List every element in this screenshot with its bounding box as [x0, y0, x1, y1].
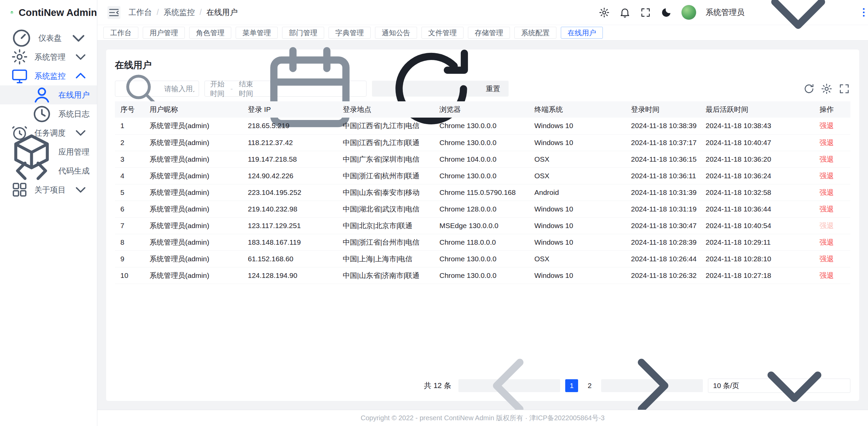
refresh-table-icon[interactable]	[803, 83, 815, 95]
cell-nickname: 系统管理员(admin)	[144, 151, 242, 167]
search-input[interactable]	[164, 85, 194, 93]
force-logout-link[interactable]: 强退	[820, 188, 834, 196]
reset-button[interactable]: 重置	[372, 81, 509, 97]
dark-mode-moon-icon[interactable]	[660, 7, 672, 18]
logo[interactable]: ContiNew Admin	[0, 0, 97, 25]
tab[interactable]: 用户管理	[143, 27, 185, 39]
cell-browser: Chrome 130.0.0.0	[434, 134, 529, 151]
page-number-button[interactable]: 1	[565, 379, 578, 392]
cell-nickname: 系统管理员(admin)	[144, 250, 242, 267]
force-logout-link[interactable]: 强退	[820, 255, 834, 263]
user-icon	[31, 84, 53, 106]
force-logout-link[interactable]: 强退	[820, 205, 834, 213]
force-logout-link[interactable]: 强退	[820, 139, 834, 146]
more-actions-icon[interactable]	[862, 0, 866, 25]
cell-action: 强退	[814, 184, 850, 201]
page-number-button[interactable]: 2	[583, 379, 596, 392]
tab[interactable]: 角色管理	[189, 27, 231, 39]
cell-login-time: 2024-11-18 10:31:19	[626, 201, 700, 217]
cell-last-active: 2024-11-18 10:29:11	[700, 234, 814, 250]
force-logout-link[interactable]: 强退	[820, 172, 834, 180]
cell-nickname: 系统管理员(admin)	[144, 217, 242, 234]
breadcrumb-item[interactable]: 工作台	[129, 7, 152, 18]
tab[interactable]: 存储管理	[468, 27, 510, 39]
tab[interactable]: 通知公告	[375, 27, 417, 39]
breadcrumb-separator: /	[199, 8, 201, 17]
fullscreen-icon[interactable]	[640, 7, 651, 18]
breadcrumb-item[interactable]: 在线用户	[206, 7, 238, 18]
footer: Copyright © 2022 - present ContiNew Admi…	[97, 410, 868, 426]
cell-ip: 124.128.194.90	[242, 267, 337, 284]
cell-location: 中国|湖北省|武汉市|电信	[337, 201, 434, 217]
table-fullscreen-icon[interactable]	[838, 83, 850, 95]
tab[interactable]: 系统配置	[514, 27, 556, 39]
cell-action: 强退	[814, 217, 850, 234]
sidebar-item-code-generation[interactable]: 代码生成	[0, 161, 97, 180]
sidebar-item-online-users[interactable]: 在线用户	[0, 85, 97, 104]
cell-last-active: 2024-11-18 10:36:20	[700, 151, 814, 167]
sidebar-item-system-logs[interactable]: 系统日志	[0, 104, 97, 123]
cell-ip: 124.90.42.226	[242, 167, 337, 184]
table-row: 6系统管理员(admin)219.140.232.98中国|湖北省|武汉市|电信…	[115, 201, 850, 217]
cell-location: 中国|浙江省|台州市|电信	[337, 234, 434, 250]
settings-icon[interactable]	[598, 7, 610, 18]
page-size-select[interactable]: 10 条/页	[708, 379, 850, 393]
cell-ip: 119.147.218.58	[242, 151, 337, 167]
tab[interactable]: 在线用户	[561, 27, 603, 39]
content: 在线用户 开始时间 - 结束时间 重置	[97, 41, 868, 410]
cell-nickname: 系统管理员(admin)	[144, 267, 242, 284]
sidebar-collapse-button[interactable]	[107, 6, 120, 19]
tab[interactable]: 字典管理	[329, 27, 371, 39]
cell-location: 中国|广东省|深圳市|电信	[337, 151, 434, 167]
menu-fold-icon	[107, 6, 120, 19]
cell-os: Windows 10	[529, 134, 626, 151]
sidebar-item-system-management[interactable]: 系统管理	[0, 47, 97, 66]
cell-os: OSX	[529, 151, 626, 167]
force-logout-link[interactable]: 强退	[820, 155, 834, 163]
force-logout-link[interactable]: 强退	[820, 238, 834, 246]
avatar[interactable]	[681, 5, 696, 20]
table-row: 4系统管理员(admin)124.90.42.226中国|浙江省|杭州市|联通C…	[115, 167, 850, 184]
notification-bell-icon[interactable]	[619, 7, 631, 18]
cell-last-active: 2024-11-18 10:40:54	[700, 217, 814, 234]
tab[interactable]: 工作台	[103, 27, 138, 39]
chevron-down-icon	[747, 0, 849, 63]
cell-index: 6	[115, 201, 144, 217]
chevron-up-icon	[72, 67, 90, 85]
force-logout-link[interactable]: 强退	[820, 122, 834, 129]
tab[interactable]: 文件管理	[421, 27, 463, 39]
breadcrumb-item[interactable]: 系统监控	[163, 7, 195, 18]
column-header: 用户昵称	[144, 101, 242, 118]
next-page-button[interactable]	[601, 379, 703, 392]
grid-icon	[11, 181, 29, 199]
tab[interactable]: 部门管理	[282, 27, 324, 39]
table-row: 7系统管理员(admin)123.117.129.251中国|北京|北京市|联通…	[115, 217, 850, 234]
user-menu[interactable]: 系统管理员	[706, 0, 849, 63]
force-logout-link[interactable]: 强退	[820, 222, 834, 229]
sidebar-item-system-monitor[interactable]: 系统监控	[0, 66, 97, 85]
cell-location: 中国|浙江省|杭州市|联通	[337, 167, 434, 184]
table-row: 5系统管理员(admin)223.104.195.252中国|山东省|泰安市|移…	[115, 184, 850, 201]
sidebar-item-dashboard[interactable]: 仪表盘	[0, 28, 97, 47]
force-logout-link[interactable]: 强退	[820, 271, 834, 279]
column-header: 登录地点	[337, 101, 434, 118]
cell-os: Windows 10	[529, 118, 626, 134]
tab[interactable]: 菜单管理	[236, 27, 278, 39]
copyright-text: Copyright © 2022 - present ContiNew Admi…	[361, 413, 605, 423]
prev-page-button[interactable]	[458, 379, 560, 392]
search-box	[115, 81, 199, 97]
sidebar-item-label: 系统监控	[35, 71, 66, 81]
cell-last-active: 2024-11-18 10:36:44	[700, 201, 814, 217]
date-range-picker[interactable]: 开始时间 - 结束时间	[204, 81, 367, 97]
pagination: 共 12 条 12 10 条/页	[115, 372, 850, 393]
cell-os: Windows 10	[529, 234, 626, 250]
cell-action: 强退	[814, 134, 850, 151]
column-header: 序号	[115, 101, 144, 118]
cell-location: 中国|江西省|九江市|联通	[337, 134, 434, 151]
cell-index: 3	[115, 151, 144, 167]
gear-icon	[11, 48, 29, 66]
sidebar-item-label: 系统管理	[35, 52, 66, 62]
cell-index: 7	[115, 217, 144, 234]
column-settings-icon[interactable]	[821, 83, 833, 95]
cell-action: 强退	[814, 267, 850, 284]
